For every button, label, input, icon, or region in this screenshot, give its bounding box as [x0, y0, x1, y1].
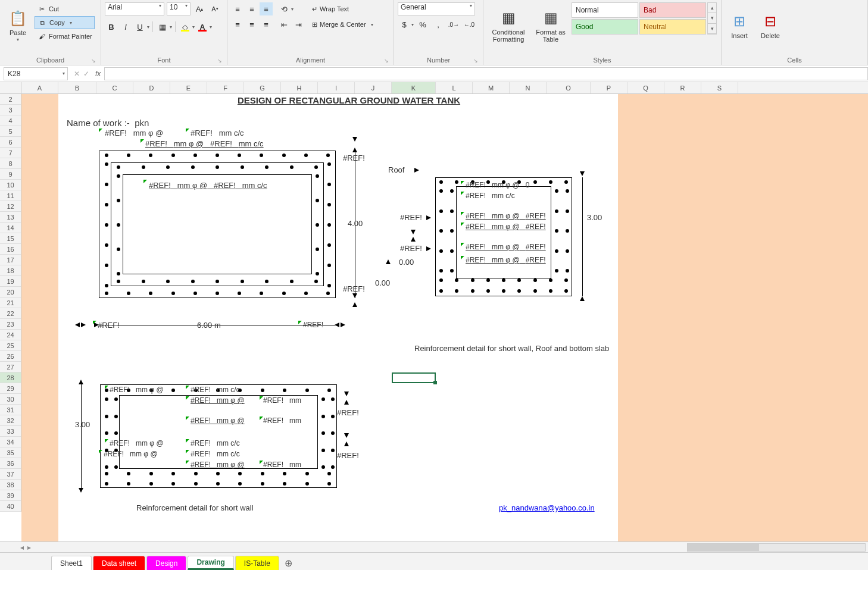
decrease-indent-icon[interactable]: ⇤: [277, 18, 291, 31]
sheet-tab-is-table[interactable]: IS-Table: [235, 556, 279, 570]
align-right-icon[interactable]: ≡: [260, 18, 273, 31]
row-header-14[interactable]: 14: [0, 223, 21, 233]
sheet-tab-sheet1[interactable]: Sheet1: [51, 556, 92, 570]
row-header-38[interactable]: 38: [0, 480, 21, 490]
row-header-13[interactable]: 13: [0, 212, 21, 223]
row-header-37[interactable]: 37: [0, 469, 21, 480]
row-header-10[interactable]: 10: [0, 180, 21, 190]
row-header-20[interactable]: 20: [0, 287, 21, 298]
row-header-28[interactable]: 28: [0, 372, 21, 383]
format-as-table-button[interactable]: ▦ Format as Table: [532, 2, 569, 49]
borders-button[interactable]: ▦: [156, 20, 169, 33]
underline-button[interactable]: U: [133, 20, 146, 33]
styles-gallery-scroll[interactable]: ▴▾▾: [707, 2, 717, 35]
style-good[interactable]: Good: [572, 19, 638, 35]
row-header-8[interactable]: 8: [0, 158, 21, 169]
selected-cell[interactable]: [392, 372, 436, 383]
row-header-39[interactable]: 39: [0, 490, 21, 501]
worksheet-grid[interactable]: ABCDEFGHIJKLMNOPQRS 23456789101112131415…: [0, 82, 868, 570]
percent-button[interactable]: %: [416, 18, 429, 31]
font-size-select[interactable]: 10▾: [167, 2, 191, 15]
wrap-text-button[interactable]: ↵Wrap Text: [312, 2, 373, 15]
row-header-23[interactable]: 23: [0, 319, 21, 330]
align-center-icon[interactable]: ≡: [245, 18, 258, 31]
decrease-font-icon[interactable]: A▾: [208, 2, 221, 15]
email-link[interactable]: pk_nandwana@yahoo.co.in: [499, 503, 595, 512]
col-header-E[interactable]: E: [170, 82, 207, 93]
col-header-C[interactable]: C: [96, 82, 133, 93]
copy-button[interactable]: ⧉Copy▾: [35, 16, 95, 29]
col-header-H[interactable]: H: [281, 82, 318, 93]
increase-font-icon[interactable]: A▴: [193, 2, 206, 15]
fill-handle[interactable]: [433, 381, 437, 384]
clipboard-launcher-icon[interactable]: ↘: [91, 58, 96, 64]
col-header-J[interactable]: J: [355, 82, 392, 93]
col-header-A[interactable]: A: [21, 82, 58, 93]
col-header-M[interactable]: M: [473, 82, 510, 93]
select-all-corner[interactable]: [0, 82, 21, 94]
row-header-22[interactable]: 22: [0, 308, 21, 319]
row-headers[interactable]: 2345678910111213141516171819202122232425…: [0, 94, 21, 512]
row-header-26[interactable]: 26: [0, 351, 21, 362]
style-normal[interactable]: Normal: [572, 2, 638, 18]
col-header-N[interactable]: N: [510, 82, 547, 93]
align-left-icon[interactable]: ≡: [231, 18, 244, 31]
format-painter-button[interactable]: 🖌Format Painter: [35, 30, 95, 43]
row-header-11[interactable]: 11: [0, 190, 21, 201]
font-name-select[interactable]: Arial▾: [105, 2, 164, 15]
sheet-tab-drawing[interactable]: Drawing: [188, 556, 233, 570]
row-header-15[interactable]: 15: [0, 233, 21, 244]
row-header-40[interactable]: 40: [0, 501, 21, 512]
bold-button[interactable]: B: [105, 20, 118, 33]
column-headers[interactable]: ABCDEFGHIJKLMNOPQRS: [21, 82, 868, 94]
sheet-tab-design[interactable]: Design: [146, 556, 186, 570]
number-launcher-icon[interactable]: ↘: [473, 58, 478, 64]
align-middle-icon[interactable]: ≡: [245, 2, 258, 15]
row-header-32[interactable]: 32: [0, 415, 21, 426]
italic-button[interactable]: I: [119, 20, 132, 33]
row-header-4[interactable]: 4: [0, 115, 21, 126]
row-header-27[interactable]: 27: [0, 362, 21, 372]
row-header-5[interactable]: 5: [0, 126, 21, 137]
tab-nav-last-icon[interactable]: ▸: [27, 543, 31, 552]
comma-button[interactable]: ,: [432, 18, 445, 31]
row-header-24[interactable]: 24: [0, 330, 21, 340]
col-header-O[interactable]: O: [547, 82, 591, 93]
sheet-tab-data-sheet[interactable]: Data sheet: [93, 556, 145, 570]
name-box[interactable]: K28▾: [4, 67, 68, 80]
conditional-formatting-button[interactable]: ▦ Conditional Formatting: [487, 2, 530, 49]
fill-color-button[interactable]: ◇: [179, 20, 192, 33]
col-header-K[interactable]: K: [392, 82, 436, 93]
new-sheet-button[interactable]: ⊕: [280, 556, 297, 570]
col-header-R[interactable]: R: [664, 82, 701, 93]
font-color-button[interactable]: A: [196, 20, 209, 33]
decrease-decimal-icon[interactable]: ←.0: [463, 18, 476, 31]
delete-cells-button[interactable]: ⊟ Delete: [756, 2, 785, 49]
tab-nav-first-icon[interactable]: ◂: [20, 543, 24, 552]
style-bad[interactable]: Bad: [639, 2, 706, 18]
merge-center-button[interactable]: ⊞Merge & Center▾: [312, 18, 373, 31]
row-header-9[interactable]: 9: [0, 169, 21, 180]
row-header-6[interactable]: 6: [0, 137, 21, 148]
style-neutral[interactable]: Neutral: [639, 19, 706, 35]
orientation-button[interactable]: ⟲: [277, 2, 291, 15]
insert-cells-button[interactable]: ⊞ Insert: [725, 2, 754, 49]
row-header-29[interactable]: 29: [0, 383, 21, 394]
align-top-icon[interactable]: ≡: [231, 2, 244, 15]
row-header-35[interactable]: 35: [0, 447, 21, 458]
row-header-36[interactable]: 36: [0, 458, 21, 469]
col-header-I[interactable]: I: [318, 82, 355, 93]
row-header-3[interactable]: 3: [0, 105, 21, 115]
col-header-F[interactable]: F: [207, 82, 244, 93]
row-header-33[interactable]: 33: [0, 426, 21, 437]
row-header-21[interactable]: 21: [0, 298, 21, 308]
cancel-formula-icon[interactable]: ✕: [74, 70, 80, 78]
col-header-Q[interactable]: Q: [627, 82, 664, 93]
align-bottom-icon[interactable]: ≡: [260, 2, 273, 15]
col-header-D[interactable]: D: [133, 82, 170, 93]
col-header-P[interactable]: P: [591, 82, 627, 93]
row-header-12[interactable]: 12: [0, 201, 21, 212]
row-header-30[interactable]: 30: [0, 394, 21, 405]
row-header-25[interactable]: 25: [0, 340, 21, 351]
row-header-2[interactable]: 2: [0, 94, 21, 105]
